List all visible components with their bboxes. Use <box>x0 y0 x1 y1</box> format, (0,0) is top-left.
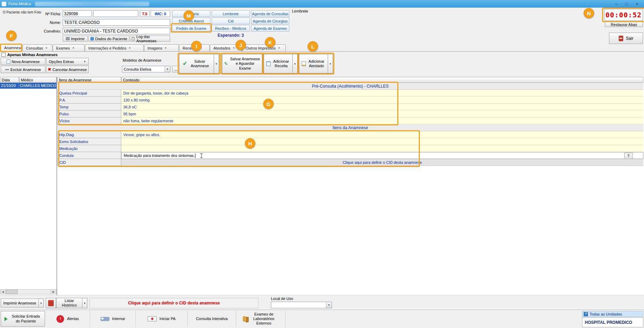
maximize-button[interactable]: □ <box>621 0 632 7</box>
tab-close-icon[interactable]: × <box>278 46 280 50</box>
grid-item-cell[interactable]: P.A. <box>57 97 121 104</box>
grid-content-cell[interactable]: não fuma, bebe regularmente <box>121 117 643 124</box>
grid-item-cell[interactable]: Vícios <box>57 117 121 124</box>
log-anamneses-button[interactable]: Log das Anamneses <box>130 36 170 42</box>
iniciar-pa-button[interactable]: Iniciar PA <box>136 311 188 327</box>
quick-button-agenda-cirurgias[interactable]: Agenda de Cirurgias <box>251 18 289 24</box>
local-de-uso-select[interactable]: ▼ <box>271 302 332 308</box>
grid-item-cell[interactable]: Medicação <box>57 145 121 152</box>
quick-button-agenda-exames[interactable]: Agenda de Exames <box>251 25 289 32</box>
exames-lab-externos-button[interactable]: Exames de Laboratórios Externos <box>236 311 285 327</box>
grid-item-cell[interactable]: Queixa Principal <box>57 90 121 97</box>
grid-item-cell[interactable]: Conduta <box>57 152 121 159</box>
imprimir-button[interactable]: Imprimir <box>63 36 88 42</box>
internar-button[interactable]: Internar <box>90 311 136 327</box>
history-row[interactable]: 21/10/20 CHARLLES MEDICO <box>0 83 56 89</box>
ficha-input[interactable] <box>63 10 92 17</box>
quick-button-lembrete[interactable]: Lembrete <box>212 10 250 17</box>
modelos-anamnese-select[interactable]: Consulta Eletiva ▼ <box>122 66 170 72</box>
scroll-left-arrow[interactable]: ◀ <box>0 290 6 294</box>
tab-atestados[interactable]: Atestados × <box>210 44 242 51</box>
imprimir-anamnese-button[interactable]: Imprimir Anamnese <box>1 299 39 308</box>
grid-item-cell[interactable]: Pulso <box>57 110 121 117</box>
todas-unidades-label: Todas as Unidades <box>590 312 622 316</box>
quick-button-recibos-medicos[interactable]: Recibos - Médicos <box>212 25 250 32</box>
opcoes-extras-button[interactable]: Opções Extras ▼ <box>46 58 89 65</box>
tab-anamnese[interactable]: Anamnese <box>1 44 22 51</box>
grid-content-cell[interactable]: 130 x 80 mmhg <box>121 97 643 104</box>
tab-exames[interactable]: Exames × <box>53 44 85 51</box>
historico-icon-button[interactable] <box>46 298 56 308</box>
grid-content-cell[interactable] <box>121 145 643 152</box>
cancelar-anamnese-button[interactable]: ✖ Cancelar Anamnese <box>46 66 89 73</box>
tab-close-icon[interactable]: × <box>45 46 47 50</box>
quick-button-cid[interactable]: Cid <box>212 18 250 24</box>
session-timer: 00:00:52 <box>604 9 643 21</box>
alertas-button[interactable]: ! Alertas <box>46 311 90 327</box>
restaurar-abas-button[interactable]: Restaurar Abas <box>605 22 643 27</box>
salvar-anamnese-dropdown[interactable]: ▼ <box>214 54 219 73</box>
salvar-aguardar-exame-button[interactable]: ✎ Salvar Anamnese e Aguardar Exame <box>222 54 262 73</box>
convenio-input[interactable] <box>63 28 170 34</box>
adicionar-atestado-button[interactable]: Adicionar Atestado <box>299 54 328 73</box>
consulta-interativa-button[interactable]: Consulta Interativa <box>188 311 236 327</box>
close-button[interactable]: × <box>632 0 642 7</box>
history-book-icon <box>48 300 54 306</box>
convenio-label: Convênio: <box>36 29 61 33</box>
solicitar-entrada-button[interactable]: Solicitar Entrada do Paciente <box>1 311 45 327</box>
history-column-data[interactable]: Data <box>0 77 19 83</box>
nova-anamnese-button[interactable]: Nova Anamnese <box>1 58 45 65</box>
adicionar-receita-dropdown[interactable]: ▼ <box>293 54 298 73</box>
adicionar-receita-button[interactable]: Adicionar Receita <box>264 54 293 73</box>
grid-content-cell[interactable]: 95 bpm <box>121 110 643 117</box>
imprimir-anamnese-dropdown[interactable]: ▼ <box>39 299 44 308</box>
excluir-anamnese-button[interactable]: Excluir Anamnese <box>1 66 45 73</box>
quick-button-agenda-consultas[interactable]: Agenda de Consultas <box>251 10 289 17</box>
tab-close-icon[interactable]: × <box>233 46 235 50</box>
red-x-icon: ✖ <box>48 67 51 72</box>
grid-column-itens[interactable]: Ítens da Anamnese <box>57 77 121 83</box>
help-button[interactable]: ? <box>624 153 633 159</box>
history-column-medico[interactable]: Médico <box>19 77 56 83</box>
tab-imagens[interactable]: Imagens × <box>144 44 179 51</box>
imc-badge[interactable]: IMC: 0 <box>151 10 170 17</box>
salvar-anamnese-button[interactable]: ✔ Salvar Anamnese <box>179 54 214 73</box>
grid-content-cell[interactable]: 36,8 oC <box>121 104 643 110</box>
nome-input[interactable] <box>63 19 170 26</box>
minimize-button[interactable]: – <box>611 0 621 7</box>
ficha-extra-input[interactable] <box>93 10 138 17</box>
sair-button[interactable]: Sair <box>609 33 643 44</box>
grid-content-cell[interactable]: Virose, gripe ou afins. <box>121 131 643 138</box>
ts-badge[interactable]: T.S <box>140 10 150 17</box>
quick-button-pedido-exame[interactable]: Pedido de Exame <box>172 25 210 32</box>
grid-column-conteudo[interactable]: Conteúdo <box>121 77 643 83</box>
apenas-minhas-checkbox[interactable] <box>1 53 6 57</box>
listar-historico-dropdown[interactable]: ▼ <box>82 298 87 308</box>
quick-button-auditoria[interactable]: Auditoria <box>172 10 210 17</box>
cid-banner[interactable]: Clique aqui para definir o CID desta ana… <box>89 298 258 308</box>
grid-item-cell[interactable]: Exms Solicitados <box>57 138 121 145</box>
tab-consultas[interactable]: Consultas × <box>23 44 52 51</box>
adicionar-atestado-dropdown[interactable]: ▼ <box>328 54 333 73</box>
quick-button-criterios-atend[interactable]: Critérios Atend <box>172 18 210 24</box>
grid-content-cell[interactable]: Dor de garganta, tosse, dor de cabeça <box>121 90 643 97</box>
tab-close-icon[interactable]: × <box>165 46 167 50</box>
grid-content-cell[interactable] <box>121 138 643 145</box>
scroll-right-arrow[interactable]: ▶ <box>51 290 56 294</box>
cid-define-cell[interactable]: Clique aqui para definir o CID desta ana… <box>121 159 643 166</box>
tab-close-icon[interactable]: × <box>72 46 74 50</box>
grid-content-editor[interactable]: Medicação para tratamento dos sintomas. <box>121 152 643 159</box>
listar-historico-button[interactable]: Listar Histórico <box>56 298 82 308</box>
modelos-more-button[interactable]: ... <box>172 66 180 72</box>
grid-item-cell[interactable]: Hip.Diag. <box>57 131 121 138</box>
tab-internacoes-pedidos[interactable]: Internações e Pedidos × <box>85 44 144 51</box>
scroll-thumb[interactable] <box>6 290 18 294</box>
tab-close-icon[interactable]: × <box>200 46 202 50</box>
tab-close-icon[interactable]: × <box>129 46 131 50</box>
tab-outros-impressos[interactable]: Outros Impressos × <box>242 44 286 51</box>
dados-paciente-button[interactable]: Dados do Paciente <box>88 36 129 42</box>
todas-unidades-checkbox[interactable]: ✔ <box>584 312 588 316</box>
grid-item-cell[interactable]: CID <box>57 159 121 166</box>
grid-item-cell[interactable]: Temp <box>57 104 121 110</box>
tab-receitas[interactable]: Receitas × <box>179 44 210 51</box>
